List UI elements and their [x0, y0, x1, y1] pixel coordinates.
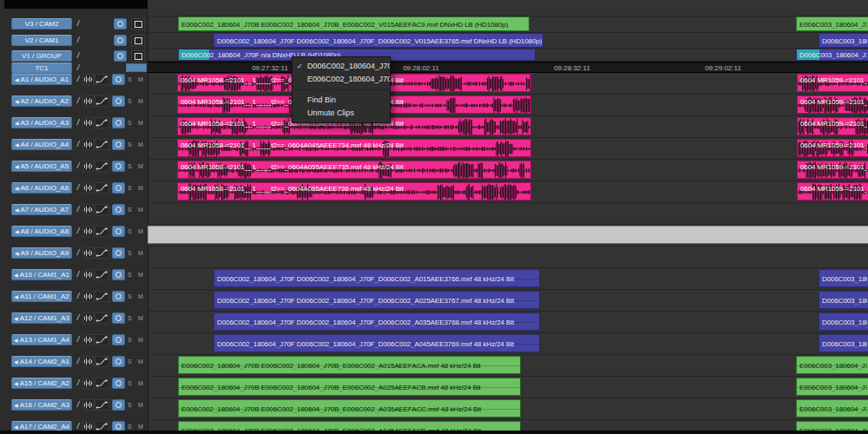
- clip-a15-right[interactable]: E006C003_180604_J70B: [796, 378, 868, 396]
- patch-slash-icon[interactable]: /: [75, 378, 82, 387]
- audio-track-knob[interactable]: [112, 399, 125, 411]
- clip-a16-left[interactable]: E006C002_180604_J70B E006C002_180604_J70…: [178, 399, 521, 418]
- mute-button[interactable]: M: [138, 424, 143, 430]
- audio-track-knob[interactable]: [112, 204, 125, 215]
- track-button-a2[interactable]: ◀A2 / AUDIO_A2: [11, 95, 72, 107]
- mute-button[interactable]: M: [138, 293, 143, 299]
- patch-slash-icon[interactable]: /: [75, 248, 82, 257]
- clip-a15-left[interactable]: E006C002_180604_J70B E006C002_180604_J70…: [178, 378, 521, 396]
- solo-button[interactable]: S: [128, 141, 132, 148]
- menu-item-d006c002-180604-j70f[interactable]: ✓D006C002_180604_J70F: [293, 60, 390, 73]
- track-button-a9[interactable]: ◀A9 / AUDIO_A9: [11, 247, 72, 259]
- waveform-toggle[interactable]: [82, 269, 94, 280]
- clip-a14-right[interactable]: E006C003_180604_J70B: [796, 356, 868, 374]
- audio-track-knob[interactable]: [112, 378, 125, 389]
- waveform-toggle[interactable]: [82, 356, 94, 367]
- audio-track-knob[interactable]: [112, 269, 125, 280]
- waveform-toggle[interactable]: [82, 74, 94, 85]
- mute-button[interactable]: M: [138, 250, 143, 256]
- solo-button[interactable]: S: [128, 207, 132, 213]
- pan-automation-toggle[interactable]: [95, 161, 109, 172]
- clip-v2-left[interactable]: D006C002_180604_J70F D006C002_180604_J70…: [214, 33, 543, 48]
- patch-slash-icon[interactable]: /: [75, 51, 82, 60]
- mute-button[interactable]: M: [138, 98, 143, 104]
- audio-track-knob[interactable]: [112, 95, 125, 107]
- track-button-a12[interactable]: ◀A12 / CAM1_A3: [11, 312, 72, 324]
- pan-automation-toggle[interactable]: [95, 74, 109, 85]
- patch-slash-icon[interactable]: /: [75, 183, 82, 192]
- menu-item-e006c002-180604-j70b[interactable]: E006C002_180604_J70B: [293, 73, 390, 86]
- patch-slash-icon[interactable]: /: [75, 140, 82, 148]
- track-button-a11[interactable]: ◀A11 / CAM1_A2: [11, 291, 72, 302]
- clip-a4-right[interactable]: 0604 MR1059-=2101__1____t2==: [797, 139, 868, 157]
- track-button-a16[interactable]: ◀A16 / CAM2_A3: [11, 399, 72, 411]
- mute-button[interactable]: M: [138, 272, 143, 278]
- mute-button[interactable]: M: [138, 337, 143, 343]
- video-track-knob[interactable]: [114, 18, 127, 30]
- pan-automation-toggle[interactable]: [95, 312, 109, 324]
- clip-v1-right[interactable]: D006C003_180604_J70F: [796, 49, 868, 61]
- monitor-checkbox[interactable]: [131, 18, 145, 30]
- audio-track-knob[interactable]: [112, 117, 125, 128]
- clip-a5-left[interactable]: 0604 MR1058-=2101__1____t2==_0604A055AEE…: [177, 161, 531, 179]
- track-button-tc1[interactable]: TC1: [11, 62, 72, 74]
- mute-button[interactable]: M: [138, 120, 143, 126]
- patch-slash-icon[interactable]: /: [75, 313, 82, 322]
- mute-button[interactable]: M: [138, 207, 143, 213]
- pan-automation-toggle[interactable]: [95, 247, 109, 259]
- track-button-v1[interactable]: V1 / GROUP: [11, 50, 72, 62]
- mute-button[interactable]: M: [138, 76, 143, 82]
- pan-automation-toggle[interactable]: [95, 204, 109, 215]
- waveform-toggle[interactable]: [82, 139, 94, 150]
- waveform-toggle[interactable]: [82, 95, 94, 107]
- waveform-toggle[interactable]: [82, 204, 94, 215]
- tc-monitor-cell[interactable]: [126, 63, 147, 72]
- clip-a2-right[interactable]: 0604 MR1059-=2101__1____t2==: [797, 95, 868, 114]
- track-button-a6[interactable]: ◀A6 / AUDIO_A6: [11, 182, 72, 194]
- mute-button[interactable]: M: [138, 185, 143, 191]
- waveform-toggle[interactable]: [82, 117, 94, 128]
- patch-slash-icon[interactable]: /: [75, 19, 82, 28]
- audio-track-knob[interactable]: [112, 356, 125, 367]
- solo-button[interactable]: S: [128, 228, 132, 234]
- patch-slash-icon[interactable]: /: [75, 205, 82, 214]
- clip-a11-right[interactable]: D006C003_180604_J70F: [819, 291, 868, 309]
- patch-slash-icon[interactable]: /: [75, 335, 82, 344]
- clip-v3-left[interactable]: E006C002_180604_J70B E006C002_180604_J70…: [178, 16, 529, 31]
- solo-button[interactable]: S: [128, 98, 132, 104]
- clip-a10-right[interactable]: D006C003_180604_J70F: [819, 269, 868, 287]
- waveform-toggle[interactable]: [82, 291, 94, 302]
- clip-a3-right[interactable]: 0604 MR1059-=2101__1____t2==: [797, 117, 868, 135]
- patch-slash-icon[interactable]: /: [75, 118, 82, 127]
- monitor-checkbox[interactable]: [131, 35, 145, 46]
- pan-automation-toggle[interactable]: [95, 226, 109, 237]
- audio-track-knob[interactable]: [112, 139, 125, 150]
- mute-button[interactable]: M: [138, 315, 143, 321]
- solo-button[interactable]: S: [128, 163, 132, 169]
- waveform-toggle[interactable]: [82, 399, 94, 411]
- patch-slash-icon[interactable]: /: [75, 292, 82, 300]
- waveform-toggle[interactable]: [82, 378, 94, 389]
- mute-button[interactable]: M: [138, 402, 143, 408]
- clip-a5-right[interactable]: 0604 MR1059-=2101__1____t2==: [797, 161, 868, 179]
- patch-slash-icon[interactable]: /: [75, 270, 82, 279]
- audio-track-knob[interactable]: [112, 312, 125, 324]
- patch-slash-icon[interactable]: /: [75, 63, 82, 72]
- audio-track-knob[interactable]: [112, 161, 125, 172]
- solo-button[interactable]: S: [128, 272, 132, 278]
- clip-a4-left[interactable]: 0604 MR1058-=2101__1____t2==_0604A045AEE…: [177, 139, 531, 157]
- solo-button[interactable]: S: [128, 120, 132, 126]
- track-button-a10[interactable]: ◀A10 / CAM1_A1: [11, 269, 72, 280]
- video-track-knob[interactable]: [114, 50, 127, 62]
- mute-button[interactable]: M: [138, 358, 143, 365]
- audio-track-knob[interactable]: [112, 334, 125, 345]
- waveform-toggle[interactable]: [82, 161, 94, 172]
- solo-button[interactable]: S: [128, 185, 132, 191]
- solo-button[interactable]: S: [128, 380, 132, 386]
- audio-track-knob[interactable]: [112, 291, 125, 302]
- patch-slash-icon[interactable]: /: [75, 96, 82, 105]
- pan-automation-toggle[interactable]: [95, 182, 109, 194]
- patch-slash-icon[interactable]: /: [75, 227, 82, 235]
- solo-button[interactable]: S: [128, 293, 132, 299]
- track-button-a4[interactable]: ◀A4 / AUDIO_A4: [11, 139, 72, 150]
